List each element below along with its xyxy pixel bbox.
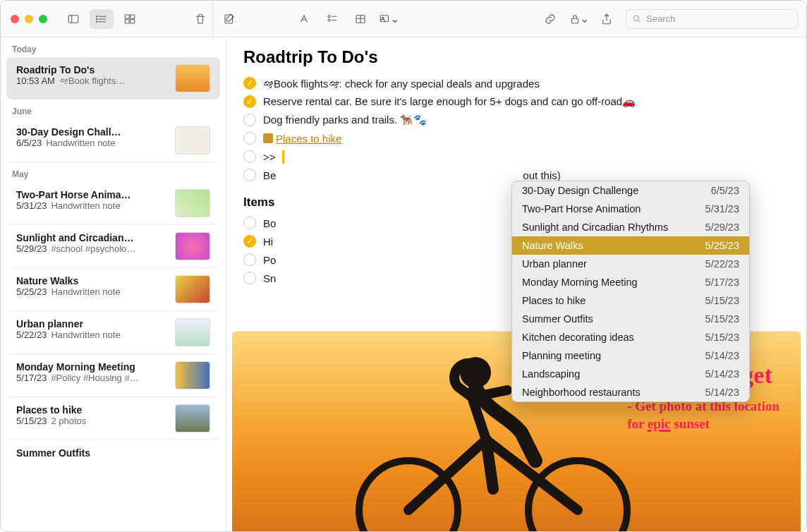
new-note-icon[interactable]: [217, 9, 241, 29]
list-view-icon[interactable]: [90, 9, 114, 29]
suggestion-item[interactable]: Kitchen decorating ideas5/15/23: [512, 328, 749, 346]
note-item[interactable]: 30-Day Design Chall… 6/5/23Handwritten n…: [6, 119, 220, 162]
svg-point-23: [633, 16, 638, 20]
titlebar: ⌄ ⌄ Search: [1, 1, 806, 37]
suggestion-item[interactable]: Sunlight and Circadian Rhythms5/29/23: [512, 218, 749, 236]
search-placeholder: Search: [646, 13, 675, 24]
svg-point-5: [97, 16, 98, 17]
checkbox[interactable]: [243, 114, 256, 126]
note-item[interactable]: Summer Outfits: [6, 440, 220, 466]
link-icon[interactable]: [538, 9, 562, 29]
note-thumbnail: [175, 232, 210, 260]
suggestion-item[interactable]: Landscaping5/14/23: [512, 365, 749, 383]
gallery-view-icon[interactable]: [118, 9, 142, 29]
checkbox[interactable]: [243, 217, 256, 229]
svg-point-7: [97, 21, 98, 23]
note-item[interactable]: Two-Part Horse Anima…5/31/23Handwritten …: [6, 182, 220, 225]
checkbox[interactable]: ✓: [243, 235, 256, 248]
svg-point-25: [359, 461, 458, 531]
link-suggestions-popup: 30-Day Design Challenge6/5/23Two-Part Ho…: [511, 181, 750, 402]
svg-point-15: [328, 19, 330, 21]
svg-rect-11: [131, 19, 135, 23]
checklist: ✓🛩Book flights🛩: check for any special d…: [243, 74, 789, 184]
section-may: May: [1, 162, 226, 182]
svg-rect-8: [125, 15, 129, 18]
checkbox[interactable]: [243, 169, 256, 181]
close-window[interactable]: [11, 15, 19, 23]
format-text-icon[interactable]: [292, 9, 316, 29]
svg-rect-22: [571, 18, 578, 23]
suggestion-item[interactable]: Planning meeting5/14/23: [512, 346, 749, 365]
svg-point-6: [97, 18, 98, 20]
lock-menu-icon[interactable]: ⌄: [566, 9, 590, 29]
svg-rect-10: [125, 19, 129, 23]
suggestion-item[interactable]: Monday Morning Meeting5/17/23: [512, 273, 749, 291]
notes-list: Today Roadtrip To Do's 10:53 AM🛩Book fli…: [1, 37, 226, 531]
table-icon[interactable]: [348, 9, 372, 29]
note-item-roadtrip[interactable]: Roadtrip To Do's 10:53 AM🛩Book flights…: [6, 57, 220, 99]
share-icon[interactable]: [595, 9, 619, 29]
suggestion-item[interactable]: Summer Outfits5/15/23: [512, 310, 749, 328]
svg-point-13: [328, 15, 330, 17]
note-thumbnail: [175, 404, 210, 433]
text-cursor: [283, 151, 284, 163]
checkbox[interactable]: ✓: [243, 77, 256, 90]
note-thumbnail: [175, 64, 210, 92]
note-thumbnail: [175, 318, 210, 346]
note-editor[interactable]: Roadtrip To Do's ✓🛩Book flights🛩: check …: [226, 37, 806, 531]
svg-rect-0: [68, 15, 78, 23]
note-item[interactable]: Monday Morning Meeting5/17/23#Policy #Ho…: [6, 354, 220, 397]
svg-rect-9: [131, 15, 135, 18]
note-thumbnail: [175, 361, 210, 389]
note-thumbnail: [175, 275, 210, 303]
media-menu-icon[interactable]: ⌄: [377, 9, 401, 29]
note-item[interactable]: Urban planner5/22/23Handwritten note: [6, 311, 220, 354]
trash-icon[interactable]: [188, 9, 212, 29]
svg-line-24: [638, 20, 641, 22]
toggle-sidebar-icon[interactable]: [61, 9, 85, 29]
svg-point-26: [528, 461, 627, 531]
suggestion-item[interactable]: Two-Part Horse Animation5/31/23: [512, 200, 749, 218]
section-june: June: [1, 99, 226, 119]
note-item[interactable]: Places to hike5/15/232 photos: [6, 397, 220, 440]
checkbox[interactable]: [243, 150, 256, 163]
checkbox[interactable]: [243, 272, 256, 284]
zoom-window[interactable]: [39, 15, 47, 23]
note-link-icon: [263, 133, 273, 143]
note-thumbnail: [175, 189, 210, 217]
checklist-icon[interactable]: [320, 9, 344, 29]
note-link-places-to-hike[interactable]: Places to hike: [263, 133, 341, 145]
checkbox[interactable]: [243, 132, 256, 145]
suggestion-item[interactable]: Neighborhood restaurants5/14/23: [512, 383, 749, 401]
suggestion-item[interactable]: 30-Day Design Challenge6/5/23: [512, 181, 749, 200]
suggestion-item[interactable]: Places to hike5/15/23: [512, 291, 749, 310]
suggestion-item[interactable]: Urban planner5/22/23: [512, 255, 749, 273]
note-title: Roadtrip To Do's: [243, 47, 789, 67]
checkbox[interactable]: [243, 253, 256, 266]
section-today: Today: [1, 37, 226, 57]
checkbox[interactable]: ✓: [243, 95, 256, 108]
note-thumbnail: [175, 126, 210, 155]
note-item[interactable]: Nature Walks5/25/23Handwritten note: [6, 268, 220, 311]
search-input[interactable]: Search: [626, 9, 798, 29]
suggestion-item[interactable]: Nature Walks5/25/23: [512, 236, 749, 255]
window-controls: [1, 15, 57, 23]
minimize-window[interactable]: [25, 15, 33, 23]
note-item[interactable]: Sunlight and Circadian…5/29/23#school #p…: [6, 225, 220, 268]
